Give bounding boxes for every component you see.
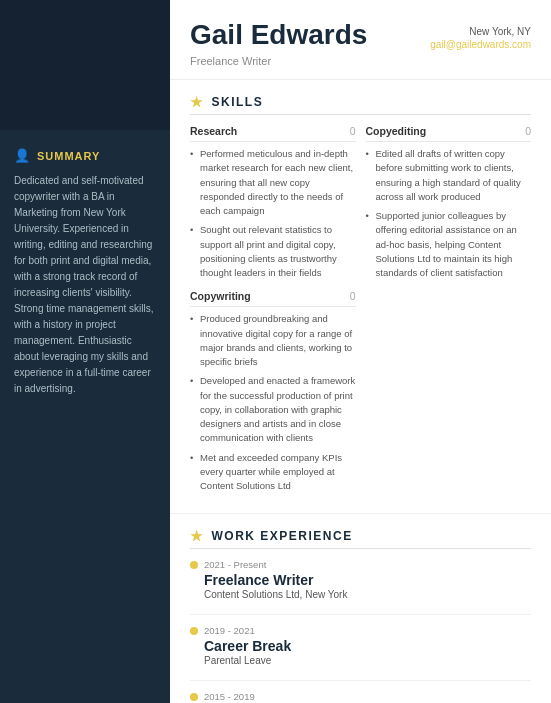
skills-col-right: Copyediting 0 Edited all drafts of writt…	[366, 125, 532, 503]
main-content: Gail Edwards Freelance Writer New York, …	[170, 0, 551, 703]
list-item: Performed meticulous and in-depth market…	[190, 147, 356, 218]
list-item: Sought out relevant statistics to suppor…	[190, 223, 356, 280]
skill-copyediting: Copyediting 0 Edited all drafts of writt…	[366, 125, 532, 280]
work-date-3: 2015 - 2019	[190, 691, 531, 702]
work-date-1: 2021 - Present	[190, 559, 531, 570]
work-icon: ★	[190, 528, 205, 544]
candidate-location: New York, NY	[469, 26, 531, 37]
work-item-1: 2021 - Present Freelance Writer Content …	[190, 559, 531, 600]
sidebar-summary-section: 👤 SUMMARY Dedicated and self-motivated c…	[0, 130, 170, 411]
candidate-email: gail@gailedwards.com	[430, 39, 531, 50]
work-divider-2	[190, 680, 531, 681]
skills-section-title: ★ SKILLS	[190, 94, 531, 115]
sidebar-top-spacer	[0, 0, 170, 130]
summary-section-title: 👤 SUMMARY	[14, 148, 156, 163]
work-title-2: Career Break	[204, 638, 531, 654]
list-item: Produced groundbreaking and innovative d…	[190, 312, 356, 369]
work-org-2: Parental Leave	[204, 655, 531, 666]
skills-col-left: Research 0 Performed meticulous and in-d…	[190, 125, 356, 503]
candidate-name: Gail Edwards	[190, 20, 367, 51]
work-section-title: ★ WORK EXPERIENCE	[190, 528, 531, 549]
header-left: Gail Edwards Freelance Writer	[190, 20, 367, 67]
candidate-subtitle: Freelance Writer	[190, 55, 367, 67]
skill-research: Research 0 Performed meticulous and in-d…	[190, 125, 356, 280]
header-right: New York, NY gail@gailedwards.com	[430, 26, 531, 50]
work-org-1: Content Solutions Ltd, New York	[204, 589, 531, 600]
work-date-2: 2019 - 2021	[190, 625, 531, 636]
skills-icon: ★	[190, 94, 205, 110]
work-divider-1	[190, 614, 531, 615]
skills-grid: Research 0 Performed meticulous and in-d…	[190, 125, 531, 503]
skill-research-header: Research 0	[190, 125, 356, 142]
skill-copyediting-header: Copyediting 0	[366, 125, 532, 142]
resume-header: Gail Edwards Freelance Writer New York, …	[170, 0, 551, 80]
skill-copywriting: Copywriting 0 Produced groundbreaking an…	[190, 290, 356, 493]
skill-research-bullets: Performed meticulous and in-depth market…	[190, 147, 356, 280]
sidebar: 👤 SUMMARY Dedicated and self-motivated c…	[0, 0, 170, 703]
work-item-3: 2015 - 2019 Administrative Assistant New…	[190, 691, 531, 703]
skill-copywriting-header: Copywriting 0	[190, 290, 356, 307]
skills-section: ★ SKILLS Research 0 Performed meticulous…	[170, 80, 551, 514]
skill-copyediting-bullets: Edited all drafts of written copy before…	[366, 147, 532, 280]
work-item-2: 2019 - 2021 Career Break Parental Leave	[190, 625, 531, 666]
person-icon: 👤	[14, 148, 31, 163]
list-item: Met and exceeded company KPIs every quar…	[190, 451, 356, 494]
list-item: Developed and enacted a framework for th…	[190, 374, 356, 445]
list-item: Supported junior colleagues by offering …	[366, 209, 532, 280]
summary-text: Dedicated and self-motivated copywriter …	[14, 173, 156, 397]
list-item: Edited all drafts of written copy before…	[366, 147, 532, 204]
skill-copywriting-bullets: Produced groundbreaking and innovative d…	[190, 312, 356, 493]
page: 👤 SUMMARY Dedicated and self-motivated c…	[0, 0, 551, 703]
work-title-1: Freelance Writer	[204, 572, 531, 588]
work-section: ★ WORK EXPERIENCE 2021 - Present Freelan…	[170, 514, 551, 703]
